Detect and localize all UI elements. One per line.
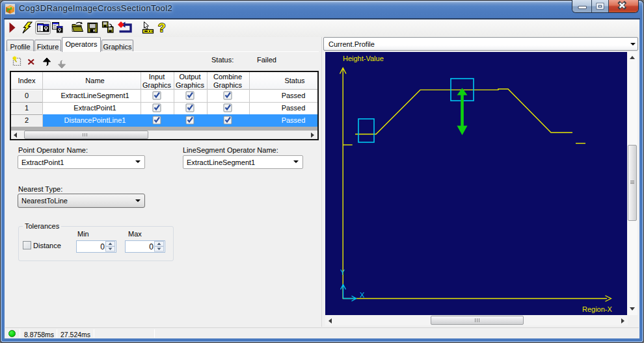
svg-text:?: ? xyxy=(158,21,166,34)
svg-text:Y: Y xyxy=(340,268,345,276)
svg-text:X: X xyxy=(360,291,365,299)
svg-text:Height-Value: Height-Value xyxy=(343,55,384,62)
svg-text:Region-X: Region-X xyxy=(582,305,613,313)
